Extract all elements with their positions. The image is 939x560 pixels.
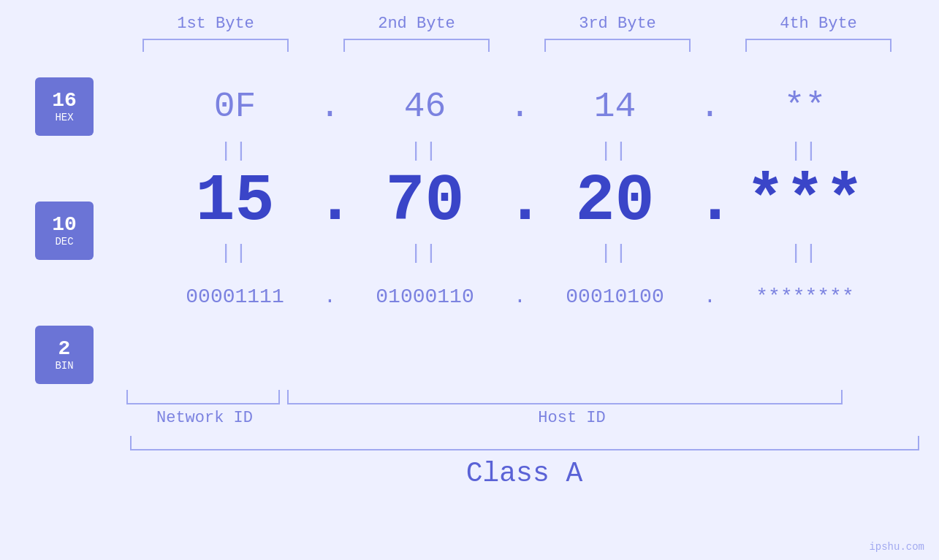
dot-dec-3: . <box>696 164 725 239</box>
bracket-byte-1 <box>142 39 289 52</box>
dot-bin-3: . <box>696 285 725 308</box>
dec-number: 10 <box>52 214 77 237</box>
byte-headers: 1st Byte 2nd Byte 3rd Byte 4th Byte <box>115 15 919 33</box>
equals-top-2: || <box>345 139 506 162</box>
dec-row: 15 . 70 . 20 . *** <box>101 165 939 238</box>
dot-dec-2: . <box>506 164 535 239</box>
bin-number: 2 <box>58 338 71 361</box>
dot-bin-2: . <box>506 285 535 308</box>
hex-row: 0F . 46 . 14 . ** <box>101 77 939 136</box>
byte-label-2: 2nd Byte <box>336 15 497 33</box>
bracket-network <box>126 390 280 404</box>
equals-row-mid: || || || || <box>101 238 939 267</box>
equals-row-top: || || || || <box>101 136 939 165</box>
hex-badge: 16 HEX <box>35 77 94 136</box>
values-grid: 0F . 46 . 14 . ** || || <box>101 55 939 326</box>
equals-top-3: || <box>535 139 696 162</box>
dec-name: DEC <box>55 236 73 248</box>
equals-mid-3: || <box>535 242 696 264</box>
network-id-label: Network ID <box>123 409 287 427</box>
equals-mid-2: || <box>345 242 506 264</box>
base-labels: 16 HEX 10 DEC 2 BIN <box>35 77 94 384</box>
dec-byte-3: 20 <box>535 164 696 239</box>
bin-badge: 2 BIN <box>35 326 94 384</box>
dec-byte-1: 15 <box>155 164 316 239</box>
bin-byte-2: 01000110 <box>345 285 506 308</box>
bottom-brackets <box>123 390 927 404</box>
bracket-byte-2 <box>343 39 490 52</box>
hex-byte-4: ** <box>725 87 886 126</box>
hex-byte-3: 14 <box>535 87 696 126</box>
hex-byte-2: 46 <box>345 87 506 126</box>
byte-label-4: 4th Byte <box>738 15 899 33</box>
bracket-byte-3 <box>544 39 691 52</box>
dot-hex-3: . <box>696 87 725 126</box>
dot-hex-1: . <box>316 87 345 126</box>
bracket-byte-4 <box>745 39 892 52</box>
full-bracket-row <box>130 436 919 450</box>
bin-byte-3: 00010100 <box>535 285 696 308</box>
top-brackets <box>115 39 919 52</box>
byte-label-3: 3rd Byte <box>537 15 698 33</box>
equals-top-1: || <box>155 139 316 162</box>
equals-mid-4: || <box>725 242 886 264</box>
equals-mid-1: || <box>155 242 316 264</box>
main-container: 1st Byte 2nd Byte 3rd Byte 4th Byte 16 H… <box>0 0 939 560</box>
host-id-label: Host ID <box>294 409 850 427</box>
class-label: Class A <box>130 458 919 489</box>
hex-number: 16 <box>52 90 77 112</box>
byte-label-1: 1st Byte <box>135 15 296 33</box>
hex-byte-1: 0F <box>155 87 316 126</box>
bin-name: BIN <box>55 360 73 372</box>
id-labels-row: Network ID Host ID <box>123 409 927 427</box>
watermark: ipshu.com <box>869 541 924 553</box>
hex-name: HEX <box>55 112 73 123</box>
bin-byte-4: ******** <box>725 285 886 308</box>
bracket-host <box>287 390 843 404</box>
dec-byte-4: *** <box>725 164 886 239</box>
dot-dec-1: . <box>316 164 345 239</box>
equals-top-4: || <box>725 139 886 162</box>
bin-byte-1: 00001111 <box>155 285 316 308</box>
bracket-full <box>130 436 919 450</box>
bin-row: 00001111 . 01000110 . 00010100 . *******… <box>101 267 939 326</box>
dec-byte-2: 70 <box>345 164 506 239</box>
dot-bin-1: . <box>316 285 345 308</box>
dec-badge: 10 DEC <box>35 202 94 260</box>
dot-hex-2: . <box>506 87 535 126</box>
